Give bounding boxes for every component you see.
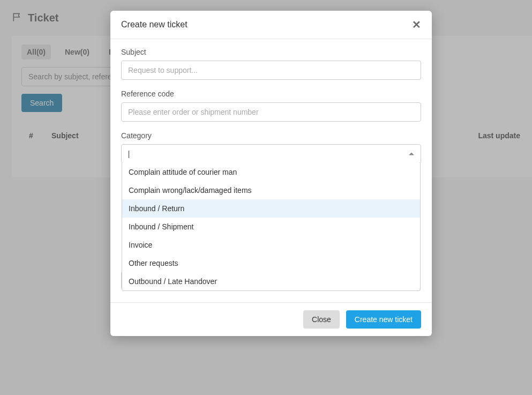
category-option[interactable]: Inbound / Return xyxy=(122,199,420,218)
category-group: Category Complain attitude of courier ma… xyxy=(121,131,421,163)
create-ticket-modal: Create new ticket ✕ Subject Reference co… xyxy=(110,11,432,336)
reference-label: Reference code xyxy=(121,90,421,98)
category-option[interactable]: Complain wrong/lack/damaged items xyxy=(122,181,420,199)
reference-group: Reference code xyxy=(121,90,421,122)
close-button[interactable]: Close xyxy=(303,310,340,329)
modal-footer: Close Create new ticket xyxy=(110,302,432,336)
reference-input[interactable] xyxy=(121,102,421,122)
category-input[interactable] xyxy=(122,145,421,163)
category-select[interactable]: Complain attitude of courier manComplain… xyxy=(121,144,421,163)
modal-title: Create new ticket xyxy=(121,20,188,29)
category-dropdown: Complain attitude of courier manComplain… xyxy=(122,163,421,291)
category-option[interactable]: Invoice xyxy=(122,236,420,254)
category-option[interactable]: Complain attitude of courier man xyxy=(122,163,420,181)
category-option[interactable]: Other requests xyxy=(122,254,420,272)
create-ticket-button[interactable]: Create new ticket xyxy=(346,310,421,329)
subject-group: Subject xyxy=(121,48,421,80)
category-label: Category xyxy=(121,131,421,140)
close-icon[interactable]: ✕ xyxy=(412,19,421,30)
category-option[interactable]: Inbound / Shipment xyxy=(122,218,420,236)
modal-header: Create new ticket ✕ xyxy=(110,11,432,39)
modal-body: Subject Reference code Category Complain… xyxy=(110,39,432,302)
subject-input[interactable] xyxy=(121,61,421,80)
category-option[interactable]: Outbound / Late Handover xyxy=(122,272,420,290)
chevron-up-icon xyxy=(409,153,414,155)
subject-label: Subject xyxy=(121,48,421,56)
